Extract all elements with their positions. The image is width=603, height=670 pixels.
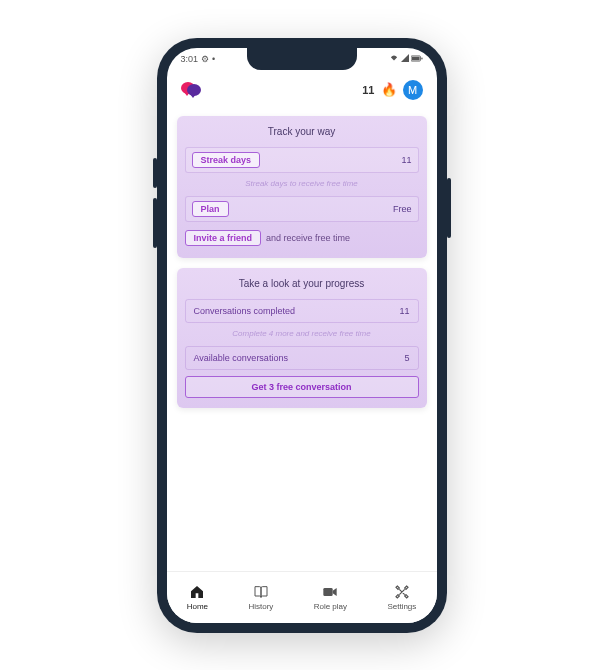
header-streak-count: 11	[362, 84, 374, 96]
app-logo-icon	[181, 82, 201, 98]
app-header: 11 🔥 M	[167, 70, 437, 110]
status-dot-icon: •	[212, 54, 215, 64]
get-free-conversation-button[interactable]: Get 3 free conversation	[185, 376, 419, 398]
volume-down-button	[153, 198, 157, 248]
invite-text: and receive free time	[266, 233, 350, 243]
progress-card-title: Take a look at your progress	[185, 278, 419, 289]
conversations-value: 11	[399, 306, 409, 316]
conversations-label: Conversations completed	[194, 306, 296, 316]
svg-rect-3	[324, 588, 333, 596]
nav-home-label: Home	[187, 602, 208, 611]
wifi-icon	[389, 54, 399, 64]
signal-icon	[401, 54, 409, 64]
invite-row: Invite a friend and receive free time	[185, 228, 419, 248]
header-right: 11 🔥 M	[362, 80, 422, 100]
book-icon	[252, 584, 270, 600]
nav-settings[interactable]: Settings	[387, 584, 416, 611]
nav-home[interactable]: Home	[187, 584, 208, 611]
status-right	[389, 54, 423, 64]
nav-settings-label: Settings	[387, 602, 416, 611]
video-icon	[321, 584, 339, 600]
invite-friend-button[interactable]: Invite a friend	[185, 230, 262, 246]
progress-card: Take a look at your progress Conversatio…	[177, 268, 427, 408]
status-gear-icon: ⚙	[201, 54, 209, 64]
svg-rect-2	[421, 57, 422, 59]
phone-frame: 3:01 ⚙ • 11	[157, 38, 447, 633]
tools-icon	[393, 584, 411, 600]
status-left: 3:01 ⚙ •	[181, 54, 216, 64]
nav-history-label: History	[248, 602, 273, 611]
nav-history[interactable]: History	[248, 584, 273, 611]
fire-icon: 🔥	[381, 82, 397, 97]
plan-value: Free	[393, 204, 412, 214]
power-button	[447, 178, 451, 238]
home-icon	[188, 584, 206, 600]
status-time: 3:01	[181, 54, 199, 64]
screen: 3:01 ⚙ • 11	[167, 48, 437, 623]
plan-pill: Plan	[192, 201, 229, 217]
nav-roleplay[interactable]: Role play	[314, 584, 347, 611]
notch	[247, 48, 357, 70]
streak-hint: Streak days to receive free time	[185, 179, 419, 188]
svg-rect-1	[411, 56, 419, 59]
available-value: 5	[404, 353, 409, 363]
plan-row: Plan Free	[185, 196, 419, 222]
available-row: Available conversations 5	[185, 346, 419, 370]
bottom-nav: Home History Role play Settings	[167, 571, 437, 623]
battery-icon	[411, 54, 423, 64]
content: Track your way Streak days 11 Streak day…	[167, 110, 437, 571]
conversations-hint: Complete 4 more and receive free time	[185, 329, 419, 338]
streak-row: Streak days 11	[185, 147, 419, 173]
track-card: Track your way Streak days 11 Streak day…	[177, 116, 427, 258]
avatar[interactable]: M	[403, 80, 423, 100]
available-label: Available conversations	[194, 353, 288, 363]
streak-days-pill: Streak days	[192, 152, 261, 168]
nav-roleplay-label: Role play	[314, 602, 347, 611]
conversations-row: Conversations completed 11	[185, 299, 419, 323]
streak-days-value: 11	[401, 155, 411, 165]
volume-up-button	[153, 158, 157, 188]
track-card-title: Track your way	[185, 126, 419, 137]
